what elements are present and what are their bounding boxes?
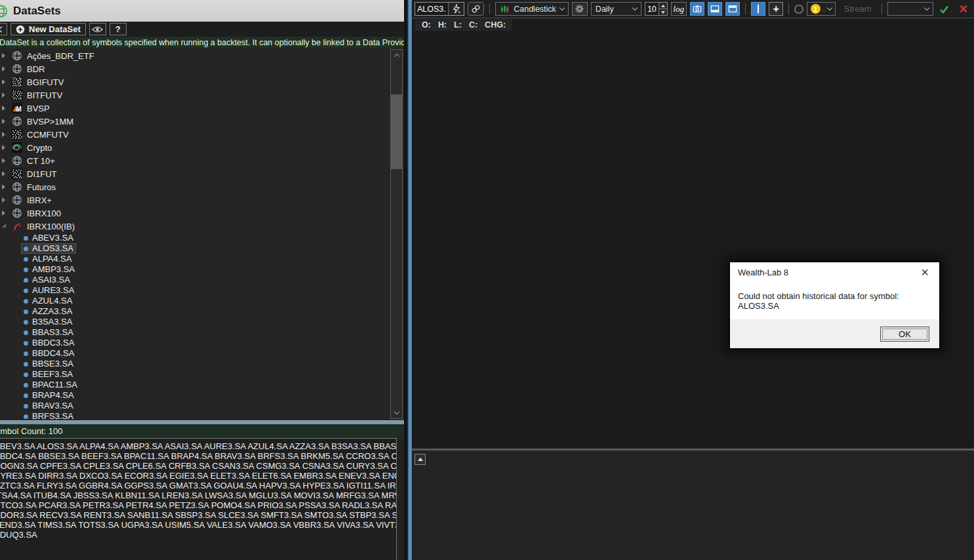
expand-arrow-icon[interactable]: [2, 119, 5, 124]
dataset-row[interactable]: Ações_BDR_ETF: [0, 49, 404, 62]
stream-button[interactable]: Stream: [839, 4, 877, 14]
symbol-dot-icon: [24, 330, 28, 335]
dialog-close-button[interactable]: ×: [910, 262, 939, 282]
spinner-down-button[interactable]: [659, 9, 667, 15]
chart-style-settings-button[interactable]: [572, 2, 588, 16]
chart-style-dropdown[interactable]: Candlestick: [495, 2, 569, 16]
dataset-row[interactable]: Futuros: [0, 180, 404, 193]
scroll-up-button[interactable]: [391, 50, 402, 61]
dataset-row[interactable]: BITFUTV: [0, 89, 404, 102]
symbol-row[interactable]: BRAP4.SA: [0, 390, 404, 401]
symbol-row[interactable]: BBSE3.SA: [0, 359, 404, 369]
message-dialog: Wealth-Lab 8 × Could not obtain historic…: [730, 262, 939, 348]
symbol-row[interactable]: B3SA3.SA: [0, 317, 404, 327]
expand-arrow-icon[interactable]: [2, 145, 5, 150]
dialog-body: Could not obtain historical data for sym…: [730, 282, 939, 319]
vertical-splitter[interactable]: [407, 0, 412, 560]
expand-arrow-icon[interactable]: [2, 184, 5, 190]
symbol-row[interactable]: AZZA3.SA: [0, 306, 404, 317]
log-scale-button[interactable]: log: [671, 2, 687, 16]
screenshot-button[interactable]: [690, 2, 704, 16]
symbol-row[interactable]: ASAI3.SA: [0, 275, 404, 285]
new-dataset-label: New DataSet: [29, 24, 81, 34]
crosshair-cursor-button[interactable]: [751, 2, 765, 16]
dataset-row[interactable]: Crypto: [0, 141, 404, 154]
symbol-row[interactable]: AZUL4.SA: [0, 296, 404, 306]
globe-icon: [12, 116, 22, 127]
preview-button[interactable]: [89, 23, 106, 35]
add-indicator-button[interactable]: +: [769, 2, 783, 16]
expand-panel-button[interactable]: [415, 454, 426, 465]
symbol-label: BBAS3.SA: [32, 328, 73, 337]
symbol-row[interactable]: BBDC4.SA: [0, 348, 404, 359]
symbol-row[interactable]: BRAV3.SA: [0, 401, 404, 411]
symbol-row[interactable]: BBDC3.SA: [0, 338, 404, 348]
spinner-up-button[interactable]: [659, 3, 667, 9]
chart-canvas[interactable]: [412, 31, 974, 449]
chart-bottom-panel: [412, 450, 974, 560]
dataset-row[interactable]: IBRX+: [0, 193, 404, 207]
scrollbar-thumb[interactable]: [391, 94, 402, 169]
symbol-row[interactable]: BBAS3.SA: [0, 327, 404, 338]
symbol-list-textbox[interactable]: ABEV3.SA ALOS3.SA ALPA4.SA AMBP3.SA ASAI…: [0, 438, 397, 560]
symbol-label: AMBP3.SA: [32, 265, 75, 274]
dataset-row[interactable]: CT 10+: [0, 154, 404, 167]
window-titlebar-icon: [727, 4, 738, 14]
quote-status-bar: O: H: L: C: CHG:: [412, 18, 974, 31]
expand-arrow-icon[interactable]: [2, 79, 5, 85]
symbol-row[interactable]: BRFS3.SA: [0, 411, 404, 420]
camera-icon: [692, 4, 702, 14]
expand-arrow-icon[interactable]: [2, 132, 5, 137]
dataset-label: Ações_BDR_ETF: [27, 51, 94, 61]
open-label: O:: [422, 20, 431, 30]
link-button[interactable]: [468, 2, 484, 16]
expand-arrow-icon[interactable]: [2, 210, 5, 216]
expand-arrow-icon[interactable]: [2, 106, 5, 111]
help-button[interactable]: ?: [110, 23, 127, 35]
cancel-button[interactable]: [956, 2, 971, 16]
expand-arrow-icon[interactable]: [2, 197, 5, 203]
tree-scrollbar[interactable]: [390, 49, 403, 419]
panel-top-toggle-button[interactable]: [725, 2, 740, 16]
eye-icon: [92, 26, 103, 33]
expand-arrow-icon[interactable]: [2, 53, 5, 58]
update-data-button[interactable]: [448, 3, 464, 15]
chevron-down-icon: [559, 5, 565, 10]
scroll-down-button[interactable]: [391, 407, 402, 418]
panel-bottom-toggle-button[interactable]: [708, 2, 722, 16]
symbol-row[interactable]: ALPA4.SA: [0, 254, 404, 264]
confirm-button[interactable]: [937, 2, 952, 16]
selection-dropdown[interactable]: [887, 2, 933, 16]
symbol-input[interactable]: [415, 3, 448, 15]
dataset-row[interactable]: CCMFUTV: [0, 128, 404, 141]
expand-arrow-icon[interactable]: [2, 92, 5, 98]
collapse-arrow-icon[interactable]: [2, 224, 6, 228]
expand-arrow-icon[interactable]: [2, 171, 5, 176]
dataset-row[interactable]: BDR: [0, 62, 404, 75]
collapse-panel-button[interactable]: [0, 23, 7, 35]
dataset-row[interactable]: BVSP>1MM: [0, 115, 404, 128]
dataset-label: DI1FUT: [27, 169, 57, 179]
dataset-row-expanded[interactable]: IBRX100(IB): [0, 220, 404, 233]
ok-button[interactable]: OK: [880, 327, 929, 342]
symbol-row-selected[interactable]: ALOS3.SA: [0, 243, 404, 254]
triangle-up-icon: [661, 5, 665, 7]
symbol-row[interactable]: BPAC11.SA: [0, 380, 404, 390]
dialog-footer: OK: [730, 319, 939, 348]
new-dataset-button[interactable]: New DataSet: [10, 23, 86, 35]
dataset-row[interactable]: IBRX100: [0, 207, 404, 220]
dataset-row[interactable]: BGIFUTV: [0, 75, 404, 89]
expand-arrow-icon[interactable]: [2, 158, 5, 163]
symbol-row[interactable]: BEEF3.SA: [0, 369, 404, 380]
panel-title: DataSets: [13, 5, 61, 18]
scale-dropdown[interactable]: Daily: [591, 2, 641, 16]
symbol-row[interactable]: ABEV3.SA: [0, 233, 404, 243]
expand-arrow-icon[interactable]: [2, 66, 5, 71]
dataset-row[interactable]: DI1FUT: [0, 167, 404, 180]
symbol-row[interactable]: AMBP3.SA: [0, 264, 404, 275]
symbol-row[interactable]: AURE3.SA: [0, 285, 404, 296]
bar-spacing-spinner[interactable]: 10: [645, 2, 668, 16]
dataset-label: BITFUTV: [27, 90, 62, 100]
stream-interval-dropdown[interactable]: 1 .: [807, 2, 836, 16]
dataset-row[interactable]: M BVSP: [0, 102, 404, 115]
